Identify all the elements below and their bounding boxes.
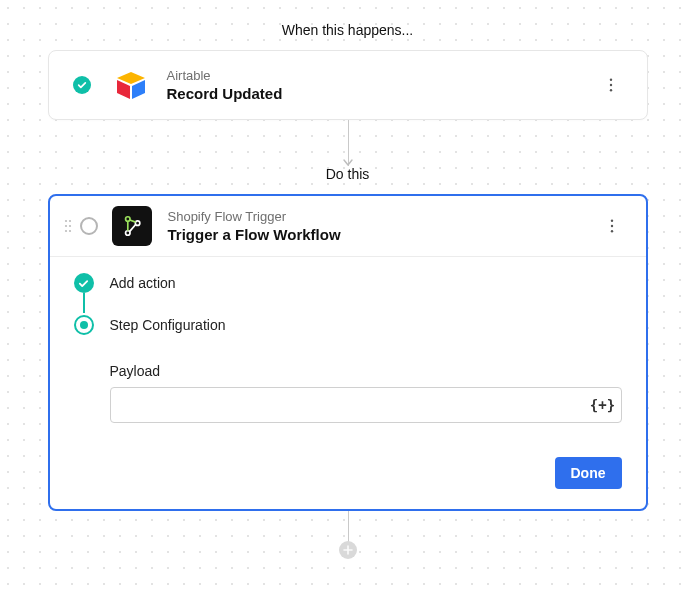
substep-label: Step Configuration [110,317,226,333]
svg-point-9 [68,225,70,227]
substep-list: Add action Step Configuration [74,271,622,337]
status-complete-icon [73,76,91,94]
drag-handle-icon[interactable] [62,218,74,234]
step-connector-icon [83,293,85,313]
action-app-name: Shopify Flow Trigger [168,209,600,224]
payload-input[interactable] [110,387,622,423]
svg-point-10 [64,230,66,232]
payload-input-wrap: {+} [110,387,622,423]
svg-line-15 [129,220,135,222]
airtable-app-icon [111,65,151,105]
insert-token-button[interactable]: {+} [590,394,616,416]
trigger-app-name: Airtable [167,68,599,83]
trigger-card[interactable]: Airtable Record Updated [48,50,648,120]
svg-point-8 [64,225,66,227]
action-card-header[interactable]: Shopify Flow Trigger Trigger a Flow Work… [50,196,646,257]
svg-point-12 [125,217,129,221]
svg-point-11 [68,230,70,232]
action-card-footer: Done [50,443,646,509]
more-options-icon[interactable] [600,214,624,238]
svg-point-6 [64,220,66,222]
action-card: Shopify Flow Trigger Trigger a Flow Work… [48,194,648,511]
svg-point-5 [609,89,611,91]
svg-marker-1 [117,80,130,99]
step-current-icon [74,315,94,335]
add-step-button[interactable] [339,541,357,559]
substep-add-action[interactable]: Add action [74,271,622,295]
more-options-icon[interactable] [599,73,623,97]
trigger-titles: Airtable Record Updated [167,68,599,102]
section-label-when: When this happens... [0,22,695,38]
svg-marker-2 [132,80,145,99]
trigger-event-name: Record Updated [167,85,599,102]
action-titles: Shopify Flow Trigger Trigger a Flow Work… [168,209,600,243]
workflow-canvas[interactable]: When this happens... Airtable Record Upd… [0,0,695,597]
svg-point-3 [609,79,611,81]
substep-step-configuration[interactable]: Step Configuration [74,313,622,337]
svg-point-20 [610,230,612,232]
substep-label: Add action [110,275,176,291]
svg-point-19 [610,225,612,227]
svg-line-17 [129,224,135,231]
connector-arrow [347,120,349,166]
connector-tail [347,511,349,551]
action-event-name: Trigger a Flow Workflow [168,226,600,243]
section-label-do: Do this [0,166,695,182]
step-complete-icon [74,273,94,293]
svg-point-18 [610,220,612,222]
svg-point-7 [68,220,70,222]
svg-point-13 [135,221,139,225]
svg-point-4 [609,84,611,86]
action-card-body: Add action Step Configuration Payload {+… [50,257,646,443]
done-button[interactable]: Done [555,457,622,489]
payload-label: Payload [110,363,622,379]
shopify-flow-app-icon [112,206,152,246]
step-ring-icon [80,217,98,235]
